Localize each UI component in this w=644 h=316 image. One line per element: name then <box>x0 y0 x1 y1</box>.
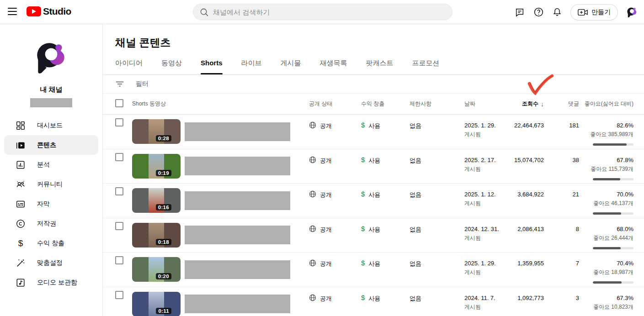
visibility-value[interactable]: 공개 <box>320 157 332 165</box>
video-duration-badge: 0:16 <box>156 204 171 211</box>
date-value: 2025. 1. 29. <box>464 122 508 129</box>
column-header-visibility[interactable]: 공개 상태 <box>309 100 361 108</box>
sidebar-item-label: 분석 <box>37 161 50 169</box>
customization-icon <box>15 258 26 269</box>
row-checkbox[interactable] <box>115 187 123 195</box>
monetization-value[interactable]: 사용 <box>368 157 380 165</box>
video-thumbnail[interactable]: 0:16 <box>132 188 181 213</box>
sidebar: 내 채널 대시보드 콘텐츠 분석 커뮤니티 자막 <box>0 24 103 316</box>
video-title-redacted[interactable] <box>185 260 290 279</box>
video-title-redacted[interactable] <box>185 295 290 313</box>
sidebar-item-content[interactable]: 콘텐츠 <box>4 135 98 155</box>
video-thumbnail[interactable]: 0:11 <box>132 292 181 316</box>
tab[interactable]: Shorts <box>201 59 223 74</box>
table-row[interactable]: 0:18 공개 $ 사용 없음 2024. 12. 31. 게시됨 2,086,… <box>103 218 644 253</box>
notifications-icon[interactable] <box>552 7 563 18</box>
tab[interactable]: 게시물 <box>281 59 301 74</box>
youtube-play-icon <box>27 6 41 16</box>
sidebar-nav: 대시보드 콘텐츠 분석 커뮤니티 자막 저작권 <box>0 116 102 292</box>
monetization-value[interactable]: 사용 <box>368 226 380 234</box>
sidebar-item-analytics[interactable]: 분석 <box>4 155 98 174</box>
visibility-value[interactable]: 공개 <box>320 191 332 199</box>
tab[interactable]: 프로모션 <box>412 59 440 74</box>
sidebar-item-subtitles[interactable]: 자막 <box>4 194 98 214</box>
column-header-restrictions[interactable]: 제한사항 <box>410 100 464 108</box>
main-content: 채널 콘텐츠 아이디어 동영상 Shorts 라이브 게시물 재생목록 팟캐스트… <box>103 24 644 316</box>
row-checkbox[interactable] <box>115 153 123 161</box>
visibility-value[interactable]: 공개 <box>320 260 332 268</box>
row-checkbox[interactable] <box>115 291 123 299</box>
column-header-video[interactable]: Shorts 동영상 <box>132 100 309 108</box>
sidebar-item-audio-library[interactable]: 오디오 보관함 <box>4 273 98 292</box>
search-bar[interactable] <box>193 4 452 20</box>
tab[interactable]: 아이디어 <box>115 59 143 74</box>
sidebar-item-label: 자막 <box>37 200 50 208</box>
like-ratio-bar <box>593 178 633 180</box>
row-checkbox[interactable] <box>115 222 123 230</box>
like-ratio-value: 67.8% <box>579 157 633 163</box>
table-row[interactable]: 0:16 공개 $ 사용 없음 2025. 1. 12. 게시됨 3,684,9… <box>103 184 644 218</box>
monetization-value[interactable]: 사용 <box>368 122 380 130</box>
help-icon[interactable] <box>533 7 544 18</box>
copyright-icon <box>15 218 26 229</box>
create-button[interactable]: 만들기 <box>570 4 618 21</box>
sidebar-item-dashboard[interactable]: 대시보드 <box>4 116 98 135</box>
table-row[interactable]: 0:19 공개 $ 사용 없음 2025. 2. 17. 게시됨 15,074,… <box>103 149 644 184</box>
comments-value: 181 <box>544 115 579 149</box>
account-avatar[interactable] <box>626 6 638 18</box>
row-checkbox[interactable] <box>115 256 123 264</box>
sidebar-item-community[interactable]: 커뮤니티 <box>4 174 98 194</box>
visibility-value[interactable]: 공개 <box>320 295 332 303</box>
monetization-value[interactable]: 사용 <box>368 295 380 303</box>
tab[interactable]: 재생목록 <box>320 59 347 74</box>
video-thumbnail[interactable]: 0:28 <box>132 119 181 144</box>
table-header: Shorts 동영상 공개 상태 수익 창출 제한사항 날짜 조회수 ↓ 댓글 … <box>103 94 644 115</box>
tab[interactable]: 팟캐스트 <box>366 59 394 74</box>
channel-logo[interactable] <box>32 40 70 77</box>
feedback-icon[interactable] <box>514 7 525 18</box>
video-title-redacted[interactable] <box>185 157 290 175</box>
video-thumbnail[interactable]: 0:18 <box>132 223 181 248</box>
monetization-on-icon: $ <box>361 260 365 266</box>
tab[interactable]: 동영상 <box>161 59 182 74</box>
video-title-redacted[interactable] <box>185 226 290 244</box>
column-header-likes[interactable]: 좋아요(싫어요 대비) <box>579 100 633 108</box>
search-input[interactable] <box>213 8 446 16</box>
visibility-value[interactable]: 공개 <box>320 122 332 130</box>
sidebar-item-monetization[interactable]: $ 수익 창출 <box>4 233 98 253</box>
sidebar-item-copyright[interactable]: 저작권 <box>4 214 98 233</box>
sidebar-item-customization[interactable]: 맞춤설정 <box>4 253 98 273</box>
column-header-monetization[interactable]: 수익 창출 <box>361 100 410 108</box>
table-row[interactable]: 0:11 공개 $ 사용 없음 2024. 11. 7. 게시됨 1,092,7… <box>103 287 644 316</box>
dashboard-icon <box>15 120 26 131</box>
my-channel-label: 내 채널 <box>0 85 102 94</box>
monetization-value[interactable]: 사용 <box>368 191 380 199</box>
like-ratio-value: 67.3% <box>579 295 633 301</box>
video-title-redacted[interactable] <box>185 191 290 210</box>
filter-label: 필터 <box>136 80 149 88</box>
visibility-value[interactable]: 공개 <box>320 226 332 234</box>
column-header-date[interactable]: 날짜 <box>464 100 508 108</box>
column-header-comments[interactable]: 댓글 <box>544 100 579 108</box>
table-body: 0:28 공개 $ 사용 없음 2025. 1. 29. 게시됨 22,464,… <box>103 115 644 316</box>
date-published-label: 게시됨 <box>464 165 508 173</box>
monetization-value[interactable]: 사용 <box>368 260 380 268</box>
date-published-label: 게시됨 <box>464 303 508 311</box>
menu-icon[interactable] <box>8 8 17 15</box>
video-title-redacted[interactable] <box>185 122 290 141</box>
like-ratio-value: 70.0% <box>579 191 633 198</box>
video-thumbnail[interactable]: 0:20 <box>132 257 181 282</box>
content-icon <box>15 140 26 151</box>
sidebar-item-label: 수익 창출 <box>37 239 64 248</box>
create-video-icon <box>578 9 588 16</box>
table-row[interactable]: 0:28 공개 $ 사용 없음 2025. 1. 29. 게시됨 22,464,… <box>103 115 644 149</box>
table-row[interactable]: 0:20 공개 $ 사용 없음 2025. 1. 29. 게시됨 1,359,9… <box>103 253 644 287</box>
column-header-views[interactable]: 조회수 ↓ <box>508 100 544 108</box>
select-all-checkbox[interactable] <box>115 99 123 107</box>
row-checkbox[interactable] <box>115 118 123 126</box>
views-value: 22,464,673 <box>508 115 544 149</box>
youtube-studio-logo[interactable]: Studio <box>27 6 71 17</box>
tab[interactable]: 라이브 <box>241 59 262 74</box>
video-thumbnail[interactable]: 0:19 <box>132 154 181 179</box>
filter-bar[interactable]: 필터 <box>103 75 644 94</box>
